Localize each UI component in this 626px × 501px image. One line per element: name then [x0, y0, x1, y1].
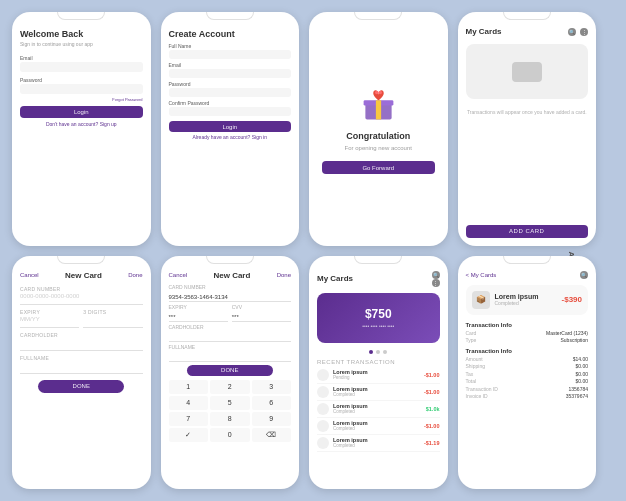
phone6-done-btn[interactable]: DONE: [187, 365, 273, 376]
phone5-cancel[interactable]: Cancel: [20, 272, 39, 278]
phone7-card: $750 •••• •••• •••• ••••: [317, 293, 440, 343]
trans-item-1[interactable]: Lorem ipsum Pending -$1.00: [317, 367, 440, 384]
trans-amount-5: -$1.19: [424, 440, 440, 446]
detail-invoiceid: Invoice ID 35379674: [466, 393, 589, 399]
phone-create-account: Create Account Full Name Email Password …: [161, 12, 300, 246]
numpad-2[interactable]: 2: [210, 380, 250, 394]
phone5-row1: EXPIRY MM/YY 3 digits: [20, 305, 143, 328]
detail-type: Type Subscription: [466, 337, 589, 343]
phone3-screen: Congratulation For opening new account G…: [309, 20, 448, 246]
invoiceid-value: 35379674: [566, 393, 588, 399]
phone5-expiry-input[interactable]: MM/YY: [20, 316, 79, 328]
numpad-check[interactable]: ✓: [169, 428, 209, 442]
phone4-empty-text: Transactions will appear once you have a…: [466, 109, 589, 116]
numpad-backspace[interactable]: ⌫: [252, 428, 292, 442]
phone5-done-btn[interactable]: DONE: [38, 380, 124, 393]
numpad-9[interactable]: 9: [252, 412, 292, 426]
numpad-5[interactable]: 5: [210, 396, 250, 410]
svg-rect-2: [376, 101, 381, 120]
search-icon[interactable]: 🔍: [432, 271, 440, 279]
card-label: Card: [466, 330, 477, 336]
phone6-navbar: Cancel New Card Done: [169, 269, 292, 282]
phone6-cardholder-input[interactable]: [169, 331, 292, 342]
phone-notch: [354, 256, 402, 264]
search-icon[interactable]: 🔍: [580, 271, 588, 279]
phone2-confirm-input[interactable]: [169, 107, 292, 116]
phone5-fullname-input[interactable]: [20, 362, 143, 374]
phone3-subtitle: For opening new account: [345, 145, 412, 151]
phone6-cvv-input[interactable]: ***: [232, 311, 291, 322]
phone5-done[interactable]: Done: [128, 272, 142, 278]
trans-item-4[interactable]: Lorem ipsum Completed -$1.00: [317, 418, 440, 435]
phone2-fullname-input[interactable]: [169, 50, 292, 59]
type-value: Subscription: [560, 337, 588, 343]
phone-grid: Welcome Back Sign in to continue using o…: [0, 0, 626, 501]
trans-status-4: Completed: [333, 426, 424, 431]
phone1-title: Welcome Back: [20, 29, 143, 39]
transid-label: Transaction ID: [466, 386, 498, 392]
phone1-signup-link: Don't have an account? Sign up: [20, 121, 143, 127]
phone5-cardholder-input[interactable]: [20, 339, 143, 351]
more-icon[interactable]: ⋮: [580, 28, 588, 36]
phone-notch: [206, 12, 254, 20]
phone8-back[interactable]: < My Cards: [466, 272, 497, 278]
trans-icon-1: [317, 369, 329, 381]
numpad-7[interactable]: 7: [169, 412, 209, 426]
phone8-topbar: < My Cards 🔍: [466, 269, 589, 281]
phone6-cancel[interactable]: Cancel: [169, 272, 188, 278]
numpad-6[interactable]: 6: [252, 396, 292, 410]
phone4-icons: 🔍 ⋮: [568, 28, 588, 36]
trans-item-2[interactable]: Lorem ipsum Completed -$1.00: [317, 384, 440, 401]
numpad-1[interactable]: 1: [169, 380, 209, 394]
phone1-subtitle: Sign in to continue using our app: [20, 41, 143, 47]
section-trans-info: Transaction Info: [466, 322, 589, 328]
phone7-screen: My Cards 🔍 ⋮ $750 •••• •••• •••• •••• RE…: [309, 264, 448, 490]
trans-icon-4: [317, 420, 329, 432]
phone5-cardnum-input[interactable]: 0000-0000-0000-0000: [20, 293, 143, 305]
phone2-email-input[interactable]: [169, 69, 292, 78]
phone6-row1: EXPIRY *** CVV ***: [169, 302, 292, 322]
search-icon[interactable]: 🔍: [568, 28, 576, 36]
more-icon[interactable]: ⋮: [432, 279, 440, 287]
trans-status-1: Pending: [333, 375, 424, 380]
numpad-3[interactable]: 3: [252, 380, 292, 394]
phone5-fullname-label: FULLNAME: [20, 355, 143, 361]
numpad-0[interactable]: 0: [210, 428, 250, 442]
merchant-card: 📦 Lorem ipsum Completed -$390: [466, 285, 589, 315]
phone1-forgot[interactable]: Forgot Password: [20, 97, 143, 102]
detail-transid: Transaction ID 1356784: [466, 386, 589, 392]
trans-info-3: Lorem ipsum Completed: [333, 403, 426, 414]
phone1-email-input[interactable]: [20, 62, 143, 72]
detail-amount: Amount $14.00: [466, 356, 589, 362]
numpad-8[interactable]: 8: [210, 412, 250, 426]
phone7-recent-label: RECENT TRANSACTION: [317, 359, 440, 365]
phone3-forward-btn[interactable]: Go Forward: [322, 161, 435, 174]
trans-item-5[interactable]: Lorem ipsum Completed -$1.19: [317, 435, 440, 452]
shipping-value: $0.00: [575, 363, 588, 369]
phone-notch: [57, 256, 105, 264]
phone1-screen: Welcome Back Sign in to continue using o…: [12, 20, 151, 246]
phone6-expiry-input[interactable]: ***: [169, 311, 228, 322]
phone1-password-input[interactable]: [20, 84, 143, 94]
phone5-cvv-input[interactable]: [83, 316, 142, 328]
numpad-4[interactable]: 4: [169, 396, 209, 410]
phone2-login-btn[interactable]: Login: [169, 121, 292, 132]
trans-item-3[interactable]: Lorem ipsum Completed $1.0k: [317, 401, 440, 418]
phone3-content: Congratulation For opening new account G…: [317, 25, 440, 238]
add-card-button[interactable]: ADD CARD: [466, 225, 589, 238]
phone5-navbar: Cancel New Card Done: [20, 269, 143, 282]
tax-value: $0.00: [575, 371, 588, 377]
phone1-email-label: Email: [20, 55, 143, 61]
phone5-title: New Card: [65, 271, 102, 280]
phone6-done[interactable]: Done: [277, 272, 291, 278]
phone6-numpad: 1 2 3 4 5 6 7 8 9 ✓ 0 ⌫: [169, 380, 292, 442]
phone6-cardnum-input[interactable]: 9354-3563-1464-3134: [169, 291, 292, 302]
phone6-fullname-input[interactable]: [169, 351, 292, 362]
trans-info-2: Lorem ipsum Completed: [333, 386, 424, 397]
phone-welcome: Welcome Back Sign in to continue using o…: [12, 12, 151, 246]
phone1-login-btn[interactable]: Login: [20, 106, 143, 118]
phone2-password-input[interactable]: [169, 88, 292, 97]
phone1-signup[interactable]: Sign up: [100, 121, 117, 127]
section-trans-info2: Transaction Info: [466, 348, 589, 354]
phone2-signin[interactable]: Sign in: [252, 134, 267, 140]
